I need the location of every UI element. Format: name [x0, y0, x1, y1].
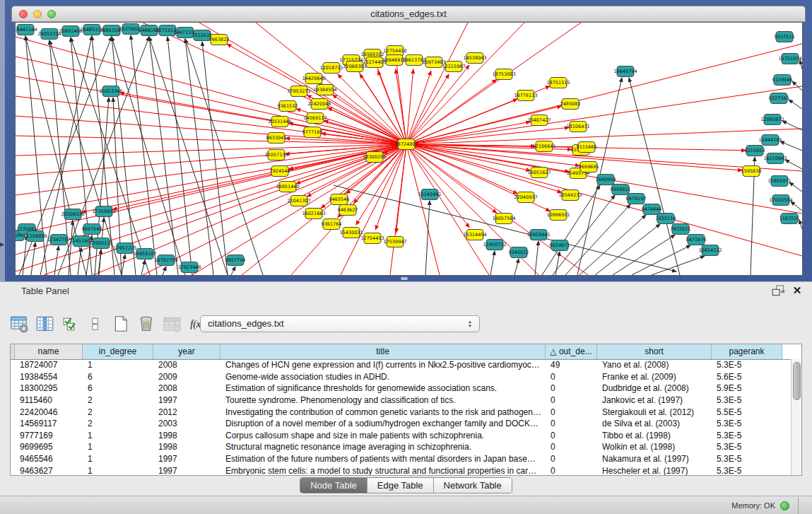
- cell-short[interactable]: Hescheler et al. (1997): [597, 466, 712, 476]
- window-titlebar[interactable]: citations_edges.txt: [11, 6, 806, 22]
- cell-title[interactable]: Tourette syndrome. Phenomenology and cla…: [220, 395, 546, 405]
- select-all-icon[interactable]: [58, 313, 82, 335]
- column-header-in_degree[interactable]: in_degree: [83, 344, 153, 359]
- tab-edge-table[interactable]: Edge Table: [367, 478, 434, 493]
- cell-out_de...[interactable]: 0: [546, 466, 597, 476]
- cell-name[interactable]: 9115460: [15, 395, 83, 405]
- cell-year[interactable]: 2008: [153, 360, 220, 370]
- cell-short[interactable]: Nakamura et al. (1997): [597, 454, 712, 464]
- cell-title[interactable]: Changes of HCN gene expression and I(f) …: [220, 360, 546, 370]
- cell-year[interactable]: 2008: [153, 383, 220, 393]
- cell-title[interactable]: Structural magnetic resonance image aver…: [220, 442, 546, 452]
- table-row[interactable]: 946362711997Embryonic stem cells: a mode…: [11, 465, 791, 476]
- cell-in_degree[interactable]: 1: [83, 466, 153, 476]
- cell-year[interactable]: 2009: [153, 372, 220, 382]
- cell-pagerank[interactable]: 5.9E-5: [712, 383, 782, 393]
- cell-in_degree[interactable]: 1: [83, 454, 153, 464]
- cell-in_degree[interactable]: 6: [83, 383, 153, 393]
- cell-title[interactable]: Embryonic stem cells: a model to study s…: [220, 466, 546, 476]
- cell-in_degree[interactable]: 6: [83, 372, 153, 382]
- table-row[interactable]: 911546021997Tourette syndrome. Phenomeno…: [11, 395, 791, 407]
- cell-pagerank[interactable]: 5.5E-5: [712, 407, 782, 417]
- delete-column-icon[interactable]: [160, 313, 184, 335]
- panel-drag-handle[interactable]: [401, 277, 408, 280]
- float-panel-icon[interactable]: [771, 284, 787, 298]
- delete-table-icon[interactable]: [134, 313, 158, 335]
- cell-name[interactable]: 22420046: [15, 407, 83, 417]
- cell-year[interactable]: 1997: [153, 395, 220, 405]
- cell-pagerank[interactable]: 5.3E-5: [712, 431, 782, 440]
- cell-short[interactable]: Tibbo et al. (1998): [597, 431, 712, 440]
- column-header-pagerank[interactable]: pagerank: [712, 344, 782, 359]
- cell-short[interactable]: Jankovic et al. (1997): [597, 395, 712, 405]
- column-header-short[interactable]: short: [597, 344, 712, 359]
- cell-in_degree[interactable]: 2: [83, 419, 153, 428]
- cell-out_de...[interactable]: 0: [546, 454, 597, 464]
- cell-year[interactable]: 1997: [153, 466, 220, 476]
- tab-network-table[interactable]: Network Table: [434, 478, 512, 493]
- cell-name[interactable]: 14569117: [15, 419, 83, 428]
- column-header-year[interactable]: year: [153, 344, 220, 359]
- cell-out_de...[interactable]: 0: [546, 407, 597, 417]
- cell-short[interactable]: Yano et al. (2008): [597, 360, 712, 370]
- cell-year[interactable]: 2012: [153, 407, 220, 417]
- cell-pagerank[interactable]: 5.6E-5: [712, 372, 782, 382]
- close-panel-icon[interactable]: ✕: [791, 284, 804, 298]
- cell-out_de...[interactable]: 0: [546, 395, 597, 405]
- cell-name[interactable]: 19384554: [15, 372, 83, 382]
- column-header-out_de...[interactable]: △ out_de...: [546, 344, 597, 359]
- cell-pagerank[interactable]: 5.3E-5: [712, 360, 782, 370]
- table-settings-icon[interactable]: [7, 313, 31, 335]
- table-row[interactable]: 1456911722003Disruption of a novel membe…: [11, 418, 791, 430]
- network-graph-canvas[interactable]: 1844114424055724206914062648511410653287…: [15, 22, 803, 276]
- create-table-icon[interactable]: [109, 313, 133, 335]
- cell-name[interactable]: 9465546: [15, 454, 83, 464]
- cell-out_de...[interactable]: 0: [546, 442, 597, 452]
- cell-year[interactable]: 2003: [153, 419, 220, 428]
- table-row[interactable]: 1830029562008Estimation of significance …: [11, 382, 791, 395]
- cell-short[interactable]: Franke et al. (2009): [597, 372, 712, 382]
- column-header-name[interactable]: name: [15, 344, 83, 359]
- cell-name[interactable]: 9463627: [15, 466, 83, 476]
- cell-title[interactable]: Investigating the contribution of common…: [220, 407, 546, 417]
- scrollbar-thumb[interactable]: [793, 362, 801, 400]
- cell-in_degree[interactable]: 1: [83, 431, 153, 440]
- cell-title[interactable]: Genome-wide association studies in ADHD.: [220, 372, 546, 382]
- cell-out_de...[interactable]: 0: [546, 419, 597, 428]
- cell-year[interactable]: 1998: [153, 442, 220, 452]
- table-row[interactable]: 1938455462009Genome-wide association stu…: [11, 371, 791, 383]
- cell-short[interactable]: Dudbridge et al. (2008): [597, 383, 712, 393]
- cell-pagerank[interactable]: 5.3E-5: [712, 395, 782, 405]
- column-header-title[interactable]: title: [220, 344, 546, 359]
- memory-status-icon[interactable]: [780, 501, 789, 510]
- table-row[interactable]: 946554611997Estimation of the future num…: [11, 453, 791, 465]
- cell-in_degree[interactable]: 1: [83, 442, 153, 452]
- unselect-all-icon[interactable]: [83, 313, 107, 335]
- cell-title[interactable]: Corpus callosum shape and size in male p…: [220, 431, 546, 440]
- show-columns-icon[interactable]: [33, 313, 57, 335]
- cell-year[interactable]: 1998: [153, 431, 220, 440]
- table-row[interactable]: 1872400712008Changes of HCN gene express…: [11, 359, 791, 371]
- network-graph[interactable]: 1844114424055724206914062648511410653287…: [16, 23, 802, 275]
- cell-name[interactable]: 9699695: [15, 442, 83, 452]
- cell-in_degree[interactable]: 1: [83, 360, 153, 370]
- table-row[interactable]: 977716911998Corpus callosum shape and si…: [11, 430, 791, 442]
- cell-title[interactable]: Estimation of the future numbers of pati…: [220, 454, 546, 464]
- cell-pagerank[interactable]: 5.3E-5: [712, 454, 782, 464]
- table-row[interactable]: 969969511998Structural magnetic resonanc…: [11, 441, 791, 453]
- cell-in_degree[interactable]: 2: [83, 395, 153, 405]
- table-vertical-scrollbar[interactable]: [791, 359, 801, 475]
- cell-title[interactable]: Estimation of significance thresholds fo…: [220, 383, 546, 393]
- cell-pagerank[interactable]: 5.3E-5: [712, 419, 782, 428]
- cell-out_de...[interactable]: 49: [546, 360, 597, 370]
- cell-out_de...[interactable]: 0: [546, 431, 597, 440]
- hide-panel-arrow-icon[interactable]: ▶: [0, 240, 6, 249]
- cell-year[interactable]: 1997: [153, 454, 220, 464]
- cell-name[interactable]: 18724007: [15, 360, 83, 370]
- cell-pagerank[interactable]: 5.3E-5: [712, 442, 782, 452]
- cell-out_de...[interactable]: 0: [546, 372, 597, 382]
- cell-name[interactable]: 9777169: [15, 431, 83, 440]
- cell-out_de...[interactable]: 0: [546, 383, 597, 393]
- tab-node-table[interactable]: Node Table: [300, 478, 367, 493]
- table-row[interactable]: 2242004622012Investigating the contribut…: [11, 406, 791, 418]
